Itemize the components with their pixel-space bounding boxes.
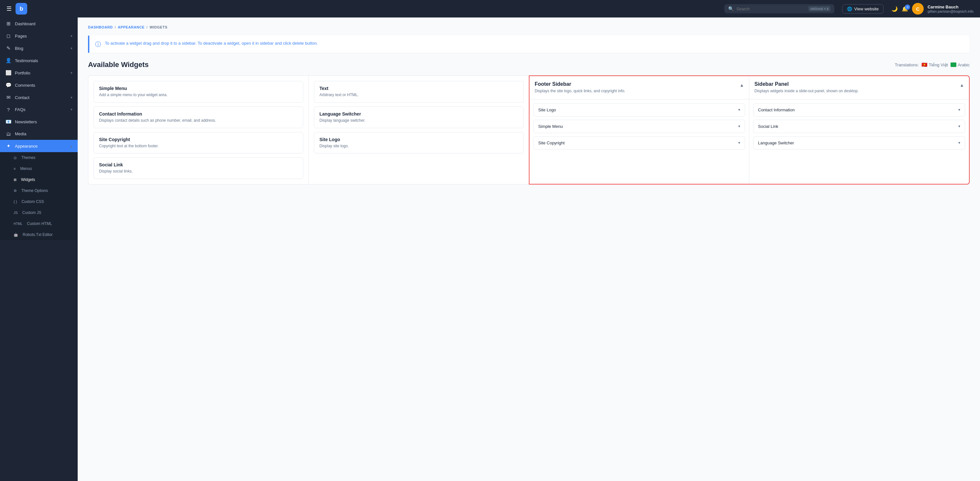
sidebar-item-label: Newsletters <box>15 119 37 124</box>
chevron-icon: ▾ <box>70 71 73 75</box>
user-info: Carmine Bauch gillian.parisian@bogisich.… <box>928 5 974 13</box>
page-title: Available Widgets <box>88 61 148 69</box>
active-widget-site-logo[interactable]: Site Logo ▾ <box>533 103 745 116</box>
widget-desc: Add a simple menu to your widget area. <box>99 92 298 98</box>
sidebar-item-appearance[interactable]: ✦ Appearance ▴ <box>0 140 78 152</box>
search-input[interactable] <box>736 6 805 11</box>
widget-card-site-logo[interactable]: Site Logo Display site logo. <box>314 132 523 154</box>
widget-name: Language Switcher <box>320 111 518 116</box>
sidebar-item-comments[interactable]: 💬 Comments <box>0 79 78 91</box>
sidebar-item-label: Themes <box>21 155 35 160</box>
media-icon: 🗂 <box>5 131 12 137</box>
breadcrumb-current: WIDGETS <box>150 25 167 29</box>
pages-icon: ◻ <box>5 33 12 39</box>
sidebar-item-label: Custom HTML <box>27 221 52 226</box>
view-website-button[interactable]: 🌐 View website <box>842 4 883 14</box>
widget-name: Social Link <box>758 124 778 129</box>
sidebar-panels-grid: Footer Sidebar Displays the site logo, q… <box>530 76 969 184</box>
comments-icon: 💬 <box>5 82 12 88</box>
active-widget-site-copyright[interactable]: Site Copyright ▾ <box>533 136 745 150</box>
chevron-down-icon: ▾ <box>958 107 960 112</box>
active-widget-language-switcher[interactable]: Language Switcher ▾ <box>753 136 965 150</box>
sidebar-panel-panel: Sidebar Panel Displays widgets inside a … <box>749 76 969 184</box>
sidebar-item-label: Comments <box>15 83 35 88</box>
translation-vn-button[interactable]: 🇻🇳 Tiếng Việt <box>921 62 948 68</box>
sidebar-item-menus[interactable]: ≡ Menus <box>0 163 78 174</box>
sidebar-panel-toggle[interactable]: ▴ <box>960 81 964 89</box>
widget-name: Contact Information <box>99 111 298 116</box>
sidebar-item-themes[interactable]: ◎ Themes <box>0 152 78 163</box>
user-email: gillian.parisian@bogisich.info <box>928 10 974 13</box>
appearance-icon: ✦ <box>5 143 12 149</box>
widget-card-contact-info[interactable]: Contact Information Displays contact det… <box>94 107 303 128</box>
sidebar-item-custom-html[interactable]: HTML Custom HTML <box>0 218 78 229</box>
widget-name: Site Copyright <box>99 137 298 142</box>
sidebar-item-custom-js[interactable]: JS Custom JS <box>0 207 78 218</box>
dark-mode-button[interactable]: 🌙 <box>891 6 898 12</box>
chevron-icon: ▾ <box>70 46 73 51</box>
vn-flag-icon: 🇻🇳 <box>921 62 928 68</box>
sidebar-item-widgets[interactable]: ⊞ Widgets <box>0 174 78 185</box>
info-banner: ⓘ To activate a widget drag and drop it … <box>88 36 970 53</box>
widget-name: Social Link <box>99 162 298 167</box>
vn-label: Tiếng Việt <box>929 62 948 67</box>
sidebar-item-contact[interactable]: ✉ Contact ▾ <box>0 91 78 104</box>
search-icon: 🔍 <box>728 6 734 11</box>
sidebar-item-robots-txt[interactable]: 🤖 Robots.Txt Editor <box>0 229 78 240</box>
widget-card-simple-menu[interactable]: Simple Menu Add a simple menu to your wi… <box>94 81 303 103</box>
translations: Translations: 🇻🇳 Tiếng Việt Arabic <box>895 62 970 68</box>
sidebar-item-label: Theme Options <box>21 188 48 193</box>
breadcrumb-appearance[interactable]: APPEARANCE <box>118 25 145 29</box>
translation-ar-button[interactable]: Arabic <box>951 62 970 67</box>
sidebar-item-label: Portfolio <box>15 70 30 75</box>
chevron-down-icon: ▾ <box>958 140 960 145</box>
widget-card-text[interactable]: Text Arbitrary text or HTML. <box>314 81 523 103</box>
sidebar-item-theme-options[interactable]: ⚙ Theme Options <box>0 185 78 196</box>
footer-sidebar-panel: Footer Sidebar Displays the site logo, q… <box>530 76 749 184</box>
hamburger-button[interactable]: ☰ <box>6 5 12 12</box>
sidebar-panels-container: Footer Sidebar Displays the site logo, q… <box>529 75 970 185</box>
sidebar-panel-title: Sidebar Panel <box>754 81 960 87</box>
footer-sidebar-title: Footer Sidebar <box>535 81 740 87</box>
chevron-up-icon: ▴ <box>70 144 73 148</box>
sidebar-item-label: FAQs <box>15 107 25 112</box>
active-widget-social-link[interactable]: Social Link ▾ <box>753 120 965 133</box>
sidebar-item-blog[interactable]: ✎ Blog ▾ <box>0 42 78 54</box>
widget-card-language-switcher[interactable]: Language Switcher Display language switc… <box>314 107 523 128</box>
chevron-icon: ▾ <box>70 96 73 100</box>
sidebar-item-pages[interactable]: ◻ Pages ▾ <box>0 30 78 42</box>
sidebar-panel-desc: Displays widgets inside a slide-out pane… <box>754 88 960 94</box>
widget-name: Contact Information <box>758 107 795 112</box>
widget-desc: Copyright text at the bottom footer. <box>99 143 298 149</box>
widget-card-site-copyright[interactable]: Site Copyright Copyright text at the bot… <box>94 132 303 154</box>
widget-name: Site Logo <box>538 107 556 112</box>
widgets-icon: ⊞ <box>14 178 16 182</box>
active-widget-contact-info[interactable]: Contact Information ▾ <box>753 103 965 116</box>
widget-card-social-link[interactable]: Social Link Display social links. <box>94 157 303 179</box>
ar-label: Arabic <box>958 62 970 67</box>
chevron-icon: ▾ <box>70 34 73 38</box>
sidebar-item-label: Pages <box>15 33 27 38</box>
chevron-icon: ▾ <box>70 107 73 111</box>
faqs-icon: ? <box>5 107 12 112</box>
widget-desc: Displays contact details such as phone n… <box>99 118 298 123</box>
view-website-label: View website <box>854 6 879 11</box>
widget-name: Simple Menu <box>538 124 563 129</box>
sidebar-item-custom-css[interactable]: { } Custom CSS <box>0 196 78 207</box>
active-widget-simple-menu[interactable]: Simple Menu ▾ <box>533 120 745 133</box>
notifications-button[interactable]: 🔔 0 <box>902 6 908 12</box>
sidebar-item-portfolio[interactable]: ⬜ Portfolio ▾ <box>0 67 78 79</box>
sidebar-item-faqs[interactable]: ? FAQs ▾ <box>0 104 78 116</box>
sidebar-item-newsletters[interactable]: 📧 Newsletters <box>0 116 78 128</box>
sidebar-item-dashboard[interactable]: ⊞ Dashboard <box>0 18 78 30</box>
breadcrumb-dashboard[interactable]: DASHBOARD <box>88 25 113 29</box>
newsletters-icon: 📧 <box>5 119 12 124</box>
sidebar-item-media[interactable]: 🗂 Media <box>0 128 78 140</box>
footer-sidebar-toggle[interactable]: ▴ <box>740 81 744 89</box>
available-widgets-col1: Simple Menu Add a simple menu to your wi… <box>88 75 309 185</box>
widget-name: Site Logo <box>320 137 518 142</box>
ar-flag-icon <box>951 62 956 67</box>
testimonials-icon: 👤 <box>5 57 12 64</box>
chevron-down-icon: ▾ <box>738 140 740 145</box>
sidebar-item-testimonials[interactable]: 👤 Testimonials <box>0 54 78 67</box>
